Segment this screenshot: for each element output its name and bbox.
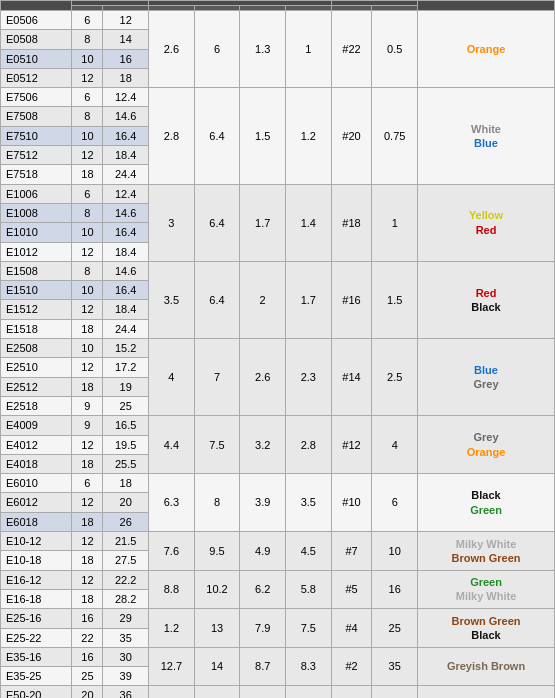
w-cell: 12.7: [149, 647, 195, 686]
product-code-cell: E1512: [1, 300, 72, 319]
awg-cell: #4: [331, 609, 372, 648]
product-code-cell: E7510: [1, 126, 72, 145]
w-cell: 8.8: [149, 570, 195, 609]
product-code-cell: E35-16: [1, 647, 72, 666]
d-cell: 2: [240, 261, 286, 338]
f-cell: 18: [72, 551, 103, 570]
b-cell: 14: [194, 647, 240, 686]
product-code-cell: E1510: [1, 281, 72, 300]
f-cell: 12: [72, 358, 103, 377]
product-code-cell: E0506: [1, 11, 72, 30]
l-cell: 16.4: [103, 281, 149, 300]
f-cell: 18: [72, 589, 103, 608]
product-code-cell: E6012: [1, 493, 72, 512]
b-cell: 16: [194, 686, 240, 698]
l-cell: 26: [103, 512, 149, 531]
color-cell: Brown GreenBlack: [418, 609, 555, 648]
f-cell: 10: [72, 223, 103, 242]
color-header: [418, 1, 555, 11]
d-cell: 3.2: [240, 416, 286, 474]
l-cell: 39: [103, 667, 149, 686]
c-cell: 8.3: [286, 647, 332, 686]
f-cell: 10: [72, 49, 103, 68]
b-cell: 13: [194, 609, 240, 648]
d-cell: 10.9: [240, 686, 286, 698]
color-cell: BlueGrey: [418, 339, 555, 416]
f-cell: 12: [72, 435, 103, 454]
awg-cell: #18: [331, 184, 372, 261]
b-cell: 6.4: [194, 261, 240, 338]
f-cell: 9: [72, 396, 103, 415]
w-cell: 3.5: [149, 261, 195, 338]
l-cell: 15.2: [103, 339, 149, 358]
l-cell: 18.4: [103, 242, 149, 261]
product-code-cell: E16-12: [1, 570, 72, 589]
color-cell: YellowRed: [418, 184, 555, 261]
product-code-header: [1, 1, 72, 11]
color-value-1: Black: [471, 489, 500, 501]
color-cell: Orange: [418, 11, 555, 88]
l-cell: 22.2: [103, 570, 149, 589]
mm2-cell: 16: [372, 570, 418, 609]
b-cell: 7.5: [194, 416, 240, 474]
awg-cell: #16: [331, 261, 372, 338]
d-cell: 1.5: [240, 88, 286, 184]
d-cell: 8.7: [240, 647, 286, 686]
product-code-cell: E7508: [1, 107, 72, 126]
c-cell: 1.2: [286, 88, 332, 184]
color-cell: RedBlack: [418, 261, 555, 338]
table-row: E50-20203615.31610.910.3#150Olive: [1, 686, 555, 698]
f-cell: 12: [72, 493, 103, 512]
l-cell: 36: [103, 686, 149, 698]
awg-cell: #12: [331, 416, 372, 474]
f-cell: 8: [72, 261, 103, 280]
color-value-2: Brown Green: [451, 552, 520, 564]
f-cell: 12: [72, 146, 103, 165]
w-cell: 4.4: [149, 416, 195, 474]
product-code-cell: E4018: [1, 454, 72, 473]
l-cell: 29: [103, 609, 149, 628]
d-cell: 2.6: [240, 339, 286, 416]
f-cell: 16: [72, 609, 103, 628]
table-body: E05066122.661.31#220.5OrangeE0508814E051…: [1, 11, 555, 699]
f-cell: 12: [72, 532, 103, 551]
d-cell: 4.9: [240, 532, 286, 571]
mm2-cell: 0.75: [372, 88, 418, 184]
f-cell: 16: [72, 647, 103, 666]
l-cell: 14: [103, 30, 149, 49]
l-cell: 16.5: [103, 416, 149, 435]
f-cell: 6: [72, 88, 103, 107]
l-cell: 14.6: [103, 203, 149, 222]
b-cell: 8: [194, 474, 240, 532]
b-cell: 7: [194, 339, 240, 416]
l-cell: 30: [103, 647, 149, 666]
product-code-cell: E2518: [1, 396, 72, 415]
product-code-cell: E10-12: [1, 532, 72, 551]
product-code-cell: E4009: [1, 416, 72, 435]
product-code-cell: E4012: [1, 435, 72, 454]
color-value-1: Milky White: [456, 538, 517, 550]
l-cell: 16: [103, 49, 149, 68]
b-cell: 6.4: [194, 88, 240, 184]
l-cell: 12.4: [103, 88, 149, 107]
color-cell: Olive: [418, 686, 555, 698]
mm2-cell: 1: [372, 184, 418, 261]
table-row: E16-121222.28.810.26.25.8#516GreenMilky …: [1, 570, 555, 589]
awg-cell: #10: [331, 474, 372, 532]
f-cell: 8: [72, 203, 103, 222]
product-code-cell: E2510: [1, 358, 72, 377]
color-value-2: Grey: [473, 378, 498, 390]
d-cell: 1.3: [240, 11, 286, 88]
product-code-cell: E0510: [1, 49, 72, 68]
product-code-cell: E1010: [1, 223, 72, 242]
c-cell: 1: [286, 11, 332, 88]
b-cell: 6.4: [194, 184, 240, 261]
w-cell: 1.2: [149, 609, 195, 648]
l-cell: 19.5: [103, 435, 149, 454]
product-code-cell: E6018: [1, 512, 72, 531]
product-code-cell: E50-20: [1, 686, 72, 698]
product-code-cell: E25-16: [1, 609, 72, 628]
mm2-cell: 6: [372, 474, 418, 532]
l-cell: 35: [103, 628, 149, 647]
f-cell: 8: [72, 107, 103, 126]
